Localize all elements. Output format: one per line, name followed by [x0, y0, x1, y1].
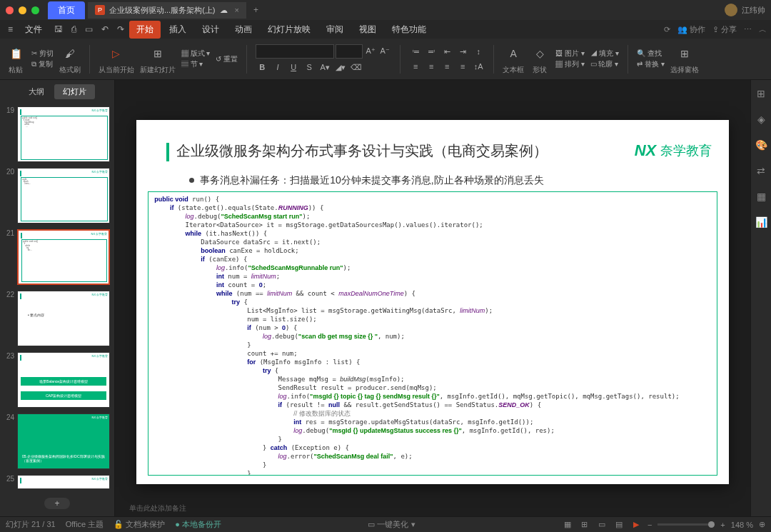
avatar[interactable] [725, 4, 737, 16]
share-button[interactable]: ⇪ 分享 [712, 24, 737, 35]
menu-slideshow[interactable]: 幻灯片放映 [261, 21, 318, 39]
menu-animation[interactable]: 动画 [228, 21, 259, 39]
increase-font-icon[interactable]: A⁺ [364, 44, 377, 57]
collapse-ribbon-icon[interactable]: ︿ [759, 24, 767, 35]
font-color-icon[interactable]: A▾ [318, 61, 331, 74]
fit-icon[interactable]: ⊕ [759, 520, 765, 529]
app-menu-icon[interactable]: ≡ [4, 22, 16, 36]
bullet-list-icon[interactable]: ≔ [409, 45, 422, 58]
sync-icon[interactable]: ⟳ [664, 24, 670, 35]
align-center-icon[interactable]: ≡ [425, 60, 438, 73]
backup-status[interactable]: ● 本地备份开 [175, 519, 221, 530]
zoom-slider[interactable] [657, 523, 715, 526]
tab-slides[interactable]: 幻灯片 [54, 84, 95, 99]
align-justify-icon[interactable]: ≡ [456, 60, 469, 73]
thumb-22[interactable]: 22 NX 奈学教育• 要点内容 [0, 288, 114, 349]
thumb-21[interactable]: 21 NX 奈学教育public void run() if while try… [0, 226, 114, 288]
cut-button[interactable]: ✂ 剪切 [31, 49, 54, 59]
thumb-20[interactable]: 20 NX 奈学教育code block lines... [0, 165, 114, 226]
tab-outline[interactable]: 大纲 [20, 84, 53, 99]
format-brush-group[interactable]: 🖌 格式刷 [59, 44, 81, 75]
slideshow-icon[interactable]: ▶ [630, 520, 642, 530]
print-icon[interactable]: ⎙ [68, 22, 80, 36]
fill-button[interactable]: ◢ 填充 ▾ [590, 49, 620, 59]
font-family-select[interactable] [256, 44, 334, 59]
tab-home[interactable]: 首页 [48, 1, 85, 19]
strike-icon[interactable]: S [303, 61, 316, 74]
thumb-25[interactable]: 25 NX 奈学教育 [0, 472, 114, 492]
bold-icon[interactable]: B [256, 61, 268, 74]
redo-icon[interactable]: ↷ [114, 22, 128, 36]
text-direction-icon[interactable]: ↕A [472, 60, 485, 73]
align-right-icon[interactable]: ≡ [440, 60, 453, 73]
line-spacing-icon[interactable]: ↕ [472, 45, 485, 58]
slide[interactable]: 企业级微服务架构分布式事务设计与实践（电商交易案例） NX 奈学教育 事务消息补… [136, 120, 729, 484]
new-slide-group[interactable]: ⊞ 新建幻灯片 [140, 44, 176, 75]
from-begin-group[interactable]: ▷ 从当前开始 [99, 44, 134, 75]
decrease-font-icon[interactable]: A⁻ [378, 44, 391, 57]
thumb-24[interactable]: 24 NX 奈学教育05.企业级微服务架构跨国际化多IDC部署设计与实践（百度案… [0, 411, 114, 472]
reset-button[interactable]: ↺ 重置 [216, 54, 238, 64]
protect-status[interactable]: 🔓 文档未保护 [114, 519, 165, 530]
align-left-icon[interactable]: ≡ [409, 60, 422, 73]
tab-close-icon[interactable]: × [235, 6, 239, 14]
tab-document[interactable]: P 企业级案例驱动...服务架构(上) ☁ × [88, 2, 246, 19]
arrange-button[interactable]: ▦ 排列 ▾ [555, 59, 585, 69]
undo-icon[interactable]: ↶ [98, 22, 112, 36]
new-tab-button[interactable]: + [246, 2, 266, 18]
textbox-group[interactable]: A 文本框 [503, 44, 524, 75]
minimize-window-button[interactable] [19, 6, 26, 14]
thumb-23[interactable]: 23 NX 奈学教育 场景Balance架构设计思维模型 CAP架构设计思维模型 [0, 349, 114, 411]
underline-icon[interactable]: U [287, 61, 300, 74]
notes-placeholder[interactable]: 单击此处添加备注 [129, 503, 186, 513]
paste-group[interactable]: 📋 粘贴 [6, 44, 26, 75]
animation-icon[interactable]: ◈ [755, 113, 767, 126]
thumb-19[interactable]: 19 NX 奈学教育public void run() if state log… [0, 104, 114, 165]
indent-inc-icon[interactable]: ⇥ [456, 45, 469, 58]
properties-icon[interactable]: ⊞ [755, 87, 767, 100]
menu-design[interactable]: 设计 [195, 21, 226, 39]
code-content: public void run() { if (state.get().equa… [154, 195, 711, 476]
preview-icon[interactable]: ▭ [81, 22, 96, 36]
section-button[interactable]: ▤ 节 ▾ [181, 59, 211, 69]
close-window-button[interactable] [6, 6, 14, 14]
menu-features[interactable]: 特色功能 [385, 21, 433, 39]
shape-group[interactable]: ◇ 形状 [530, 44, 550, 75]
clear-format-icon[interactable]: ⌫ [350, 61, 363, 74]
picture-button[interactable]: 🖼 图片 ▾ [555, 49, 585, 59]
zoom-out-icon[interactable]: − [647, 521, 652, 529]
menu-insert[interactable]: 插入 [162, 21, 193, 39]
theme-icon[interactable]: 🎨 [755, 139, 767, 151]
chart-icon[interactable]: 📊 [755, 216, 767, 229]
maximize-window-button[interactable] [31, 6, 39, 14]
save-icon[interactable]: 🖫 [51, 22, 66, 36]
highlight-icon[interactable]: ◢▾ [334, 61, 347, 74]
zoom-in-icon[interactable]: + [720, 521, 725, 529]
find-button[interactable]: 🔍 查找 [637, 49, 665, 59]
menu-start[interactable]: 开始 [129, 21, 161, 39]
select-pane-group[interactable]: ⊞ 选择窗格 [670, 44, 699, 75]
italic-icon[interactable]: I [271, 61, 284, 74]
transition-icon[interactable]: ⇄ [755, 164, 767, 177]
font-size-select[interactable] [336, 44, 363, 59]
add-slide-button[interactable]: + [44, 498, 70, 509]
select-pane-icon: ⊞ [675, 44, 695, 64]
menu-view[interactable]: 视图 [352, 21, 383, 39]
view-notes-icon[interactable]: ▤ [613, 520, 625, 530]
menu-file[interactable]: 文件 [18, 21, 49, 39]
outline-button[interactable]: ▭ 轮廓 ▾ [590, 59, 620, 69]
view-reading-icon[interactable]: ▭ [596, 520, 608, 530]
menu-review[interactable]: 审阅 [319, 21, 351, 39]
number-list-icon[interactable]: ≕ [425, 45, 438, 58]
layout-button[interactable]: ▦ 版式 ▾ [181, 49, 211, 59]
view-normal-icon[interactable]: ▦ [562, 520, 573, 530]
template-icon[interactable]: ▦ [755, 190, 767, 203]
zoom-value[interactable]: 148 % [731, 521, 753, 529]
replace-button[interactable]: ⇄ 替换 ▾ [637, 59, 665, 69]
indent-dec-icon[interactable]: ⇤ [440, 45, 453, 58]
copy-button[interactable]: ⧉ 复制 [31, 59, 54, 69]
collab-button[interactable]: 👥 协作 [677, 24, 705, 35]
view-sorter-icon[interactable]: ⊞ [579, 520, 590, 530]
beautify-button[interactable]: ▭ 一键美化 ▾ [368, 519, 415, 530]
more-icon[interactable]: ⋯ [744, 24, 752, 35]
